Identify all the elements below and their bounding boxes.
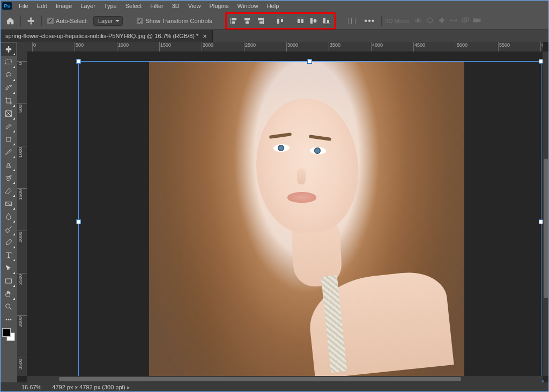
- menu-filter[interactable]: Filter: [146, 1, 167, 11]
- blur-tool[interactable]: [1, 210, 16, 223]
- menu-edit[interactable]: Edit: [33, 1, 51, 11]
- align-horizontal-centers-icon[interactable]: [241, 15, 254, 27]
- svg-rect-18: [323, 24, 330, 24]
- canvas-viewport[interactable]: [27, 51, 543, 376]
- vertical-scrollbar[interactable]: [543, 51, 549, 376]
- spot-healing-tool[interactable]: [1, 133, 16, 146]
- hand-tool[interactable]: [1, 287, 16, 300]
- more-options-icon[interactable]: •••: [361, 16, 379, 26]
- horizontal-scrollbar[interactable]: [27, 376, 543, 382]
- align-bottom-edges-icon[interactable]: [320, 15, 333, 27]
- svg-rect-12: [297, 18, 305, 18]
- image-lips: [287, 192, 316, 203]
- quick-selection-tool[interactable]: [1, 82, 16, 94]
- pan-icon: [437, 17, 446, 25]
- foreground-color-swatch[interactable]: [2, 328, 11, 337]
- svg-point-39: [8, 319, 9, 320]
- svg-point-35: [6, 229, 10, 233]
- checkbox-checked-icon: [137, 18, 143, 24]
- document-tab-strip: spring-flower-close-up-hepatica-nobilis-…: [0, 30, 549, 42]
- distribute-horizontal-icon: [345, 15, 358, 27]
- svg-point-31: [10, 85, 12, 87]
- align-right-edges-icon[interactable]: [254, 15, 266, 27]
- roll-icon: [426, 17, 434, 25]
- align-top-edges-icon[interactable]: [274, 15, 287, 27]
- svg-rect-22: [351, 18, 352, 24]
- menu-file[interactable]: File: [15, 1, 32, 11]
- document-image: [149, 61, 464, 382]
- svg-rect-20: [327, 20, 329, 23]
- svg-rect-29: [473, 19, 478, 22]
- canvas-area: 0500100015002000250030003500400045005000…: [17, 42, 549, 382]
- svg-rect-11: [281, 19, 283, 22]
- rectangle-tool[interactable]: [1, 275, 16, 287]
- menu-help[interactable]: Help: [263, 1, 283, 11]
- ruler-corner: [17, 42, 27, 51]
- align-left-edges-icon[interactable]: [228, 15, 241, 27]
- edit-toolbar-icon[interactable]: [1, 313, 16, 326]
- menu-3d[interactable]: 3D: [168, 1, 183, 11]
- close-tab-icon[interactable]: ×: [203, 32, 207, 40]
- svg-rect-4: [244, 18, 250, 20]
- horizontal-ruler[interactable]: 0500100015002000250030003500400045005000…: [27, 42, 543, 51]
- auto-select-target-dropdown[interactable]: Layer: [93, 16, 123, 26]
- crop-tool[interactable]: [1, 94, 16, 107]
- svg-point-25: [417, 19, 419, 21]
- gradient-tool[interactable]: [1, 197, 16, 210]
- svg-rect-27: [462, 19, 466, 22]
- frame-tool[interactable]: [1, 107, 16, 120]
- pen-tool[interactable]: [1, 236, 16, 249]
- eyedropper-tool[interactable]: [1, 120, 16, 133]
- align-vertical-top-icon[interactable]: [294, 15, 307, 27]
- document-dimensions[interactable]: 4792 px x 4792 px (300 ppi): [52, 384, 130, 391]
- svg-rect-6: [263, 18, 264, 24]
- image-nose: [297, 168, 306, 184]
- show-transform-checkbox[interactable]: Show Transform Controls: [135, 18, 214, 24]
- auto-select-checkbox[interactable]: Auto-Select:: [45, 18, 90, 24]
- lasso-tool[interactable]: [1, 69, 16, 82]
- path-selection-tool[interactable]: [1, 262, 16, 275]
- slide-icon: [449, 17, 458, 25]
- 3d-mode-label: 3D Mode:: [385, 18, 411, 24]
- menu-plugins[interactable]: Plugins: [205, 1, 232, 11]
- camera-icon: [473, 17, 481, 25]
- brush-tool[interactable]: [1, 146, 16, 159]
- scale-icon: [461, 17, 470, 25]
- show-transform-label: Show Transform Controls: [145, 18, 212, 24]
- move-tool[interactable]: [1, 43, 16, 56]
- zoom-tool[interactable]: [1, 300, 16, 313]
- clone-stamp-tool[interactable]: [1, 159, 16, 172]
- menu-select[interactable]: Select: [122, 1, 146, 11]
- svg-rect-10: [277, 19, 279, 24]
- dodge-tool[interactable]: [1, 223, 16, 236]
- history-brush-tool[interactable]: [1, 172, 16, 184]
- vertical-ruler[interactable]: 05001000150020002500300035004000: [17, 51, 27, 376]
- home-icon[interactable]: [3, 14, 17, 28]
- svg-rect-5: [246, 21, 249, 24]
- eraser-tool[interactable]: [1, 184, 16, 197]
- rectangular-marquee-tool[interactable]: [1, 56, 16, 69]
- svg-rect-19: [323, 18, 325, 23]
- menu-image[interactable]: Image: [52, 1, 76, 11]
- svg-rect-9: [277, 18, 284, 18]
- workspace: 0500100015002000250030003500400045005000…: [0, 42, 549, 382]
- zoom-level[interactable]: 16.67%: [21, 384, 41, 390]
- 3d-mode-group: 3D Mode:: [385, 17, 481, 25]
- menu-type[interactable]: Type: [100, 1, 121, 11]
- menu-layer[interactable]: Layer: [77, 1, 99, 11]
- color-swatches[interactable]: [2, 328, 15, 341]
- svg-rect-0: [231, 18, 231, 24]
- svg-rect-21: [348, 18, 348, 24]
- menu-view[interactable]: View: [184, 1, 205, 11]
- svg-rect-8: [259, 21, 263, 24]
- divider: [20, 16, 21, 26]
- menu-window[interactable]: Window: [234, 1, 262, 11]
- divider: [41, 16, 42, 26]
- document-tab[interactable]: spring-flower-close-up-hepatica-nobilis-…: [0, 30, 213, 42]
- scrollbar-thumb[interactable]: [544, 159, 548, 298]
- scrollbar-thumb[interactable]: [59, 377, 461, 381]
- move-tool-icon[interactable]: [24, 14, 38, 28]
- align-vertical-centers-icon[interactable]: [307, 15, 320, 27]
- svg-rect-16: [310, 18, 313, 24]
- type-tool[interactable]: [1, 249, 16, 262]
